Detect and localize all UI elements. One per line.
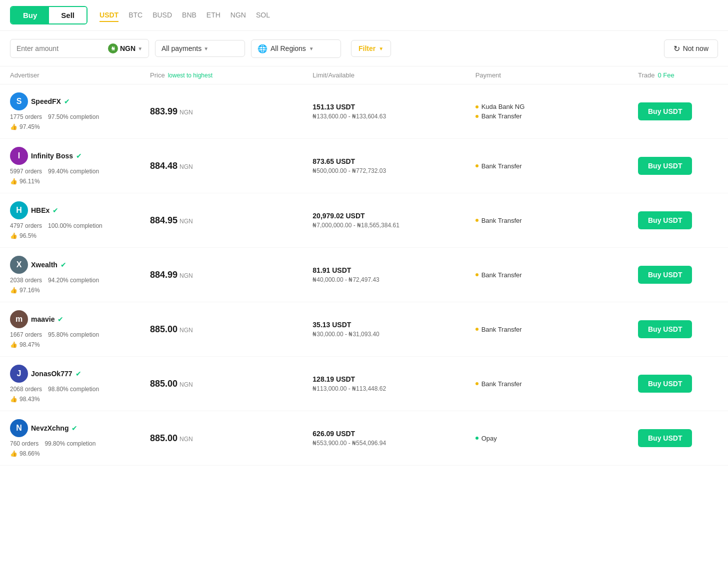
advertiser-name-row: X Xwealth ✔	[10, 256, 150, 274]
limit-amount: 626.09 USDT	[312, 430, 475, 438]
limit-amount: 35.13 USDT	[312, 321, 475, 329]
advertiser-name[interactable]: JonasOk777	[31, 370, 72, 378]
price-currency: NGN	[180, 436, 193, 443]
tab-eth[interactable]: ETH	[206, 9, 220, 22]
like-pct: 97.16%	[20, 287, 40, 294]
price-currency: NGN	[180, 327, 193, 334]
avatar: H	[10, 201, 28, 219]
like-pct: 98.43%	[20, 396, 40, 403]
top-bar: Buy Sell USDT BTC BUSD BNB ETH NGN SOL	[0, 0, 728, 31]
like-row: 👍 96.11%	[10, 178, 150, 185]
limit-amount: 128.19 USDT	[312, 375, 475, 383]
buy-usdt-button[interactable]: Buy USDT	[638, 375, 692, 393]
buy-button[interactable]: Buy	[11, 7, 49, 23]
orders-count: 2038 orders	[10, 277, 42, 284]
like-row: 👍 98.43%	[10, 396, 150, 403]
buy-usdt-button[interactable]: Buy USDT	[638, 102, 692, 120]
buy-usdt-button[interactable]: Buy USDT	[638, 429, 692, 447]
payment-method: Bank Transfer	[476, 112, 638, 120]
regions-dropdown[interactable]: 🌐 All Regions ▼	[251, 39, 341, 58]
sell-button[interactable]: Sell	[49, 7, 86, 23]
advertiser-name[interactable]: SpeedFX	[31, 97, 61, 105]
buy-usdt-button[interactable]: Buy USDT	[638, 157, 692, 175]
completion-rate: 95.80% completion	[48, 331, 99, 338]
thumb-icon: 👍	[10, 178, 18, 185]
currency-tabs: USDT BTC BUSD BNB ETH NGN SOL	[100, 9, 270, 22]
currency-chevron: ▼	[138, 46, 142, 51]
limit-range: ₦7,000,000.00 - ₦18,565,384.61	[312, 222, 475, 229]
payment-dot	[476, 437, 478, 440]
table-row: X Xwealth ✔ 2038 orders 94.20% completio…	[0, 248, 728, 302]
tab-busd[interactable]: BUSD	[152, 9, 172, 22]
stats-row: 1667 orders 95.80% completion	[10, 331, 150, 338]
limit-range: ₦30,000.00 - ₦31,093.40	[312, 331, 475, 338]
like-row: 👍 98.66%	[10, 450, 150, 457]
advertiser-name[interactable]: Infinity Boss	[31, 152, 73, 160]
payment-dot	[476, 328, 478, 331]
payment-dot	[476, 164, 478, 167]
price-cell: 885.00NGN	[150, 433, 312, 444]
advertiser-name[interactable]: Xwealth	[31, 261, 58, 269]
limit-cell: 20,979.02 USDT ₦7,000,000.00 - ₦18,565,3…	[312, 212, 475, 229]
payment-dot	[476, 105, 478, 108]
price-cell: 884.48NGN	[150, 161, 312, 171]
orders-count: 4797 orders	[10, 222, 42, 229]
payment-cell: Bank Transfer	[476, 162, 638, 170]
tab-bnb[interactable]: BNB	[182, 9, 196, 22]
price-currency: NGN	[180, 272, 193, 279]
payment-name: Bank Transfer	[482, 217, 522, 224]
globe-icon: 🌐	[258, 44, 268, 53]
completion-rate: 94.20% completion	[48, 277, 99, 284]
verified-icon: ✔	[58, 315, 64, 323]
tab-btc[interactable]: BTC	[128, 9, 142, 22]
avatar: J	[10, 365, 28, 383]
payment-method: Bank Transfer	[476, 271, 638, 279]
ngn-badge[interactable]: ₦ NGN ▼	[108, 43, 142, 53]
table-row: J JonasOk777 ✔ 2068 orders 98.80% comple…	[0, 357, 728, 411]
trade-cell: Buy USDT	[638, 375, 718, 393]
amount-input[interactable]	[16, 44, 104, 52]
buy-usdt-button[interactable]: Buy USDT	[638, 211, 692, 229]
header-trade: Trade 0 Fee	[638, 71, 718, 79]
limit-range: ₦500,000.00 - ₦772,732.03	[312, 167, 475, 174]
payment-name: Kuda Bank NG	[482, 103, 525, 110]
table-row: S SpeedFX ✔ 1775 orders 97.50% completio…	[0, 84, 728, 139]
advertiser-name[interactable]: HBEx	[31, 206, 50, 214]
payment-cell: Bank Transfer	[476, 380, 638, 388]
avatar: m	[10, 310, 28, 328]
payment-method: Bank Transfer	[476, 326, 638, 333]
filter-button[interactable]: Filter ▼	[351, 40, 391, 57]
buy-usdt-button[interactable]: Buy USDT	[638, 320, 692, 338]
like-row: 👍 96.5%	[10, 232, 150, 239]
tab-usdt[interactable]: USDT	[100, 9, 118, 22]
tab-ngn[interactable]: NGN	[230, 9, 246, 22]
completion-rate: 99.80% completion	[44, 440, 96, 447]
filter-label: Filter	[358, 44, 376, 52]
advertiser-info: N NevzXchng ✔ 760 orders 99.80% completi…	[10, 419, 150, 457]
advertiser-name-row: H HBEx ✔	[10, 201, 150, 219]
limit-amount: 151.13 USDT	[312, 103, 475, 111]
payment-dot	[476, 382, 478, 385]
table-row: H HBEx ✔ 4797 orders 100.00% completion …	[0, 193, 728, 248]
advertiser-name[interactable]: NevzXchng	[31, 424, 68, 432]
advertiser-list: S SpeedFX ✔ 1775 orders 97.50% completio…	[0, 84, 728, 466]
price-currency: NGN	[180, 163, 193, 170]
price-cell: 884.95NGN	[150, 215, 312, 226]
payment-dot	[476, 273, 478, 276]
like-row: 👍 97.45%	[10, 123, 150, 130]
payments-dropdown[interactable]: All payments ▼	[155, 40, 245, 57]
limit-cell: 35.13 USDT ₦30,000.00 - ₦31,093.40	[312, 321, 475, 338]
tab-sol[interactable]: SOL	[256, 9, 270, 22]
filter-bar: ₦ NGN ▼ All payments ▼ 🌐 All Regions ▼ F…	[0, 31, 728, 66]
advertiser-name[interactable]: maavie	[31, 315, 54, 323]
limit-cell: 873.65 USDT ₦500,000.00 - ₦772,732.03	[312, 157, 475, 174]
buy-usdt-button[interactable]: Buy USDT	[638, 266, 692, 284]
thumb-icon: 👍	[10, 396, 18, 403]
price-cell: 884.99NGN	[150, 270, 312, 280]
header-payment: Payment	[476, 71, 638, 79]
payment-method: Bank Transfer	[476, 380, 638, 388]
not-now-button[interactable]: ↻ Not now	[664, 39, 718, 58]
header-limit: Limit/Available	[312, 71, 475, 79]
payment-cell: Bank Transfer	[476, 326, 638, 333]
price-currency: NGN	[180, 218, 193, 225]
